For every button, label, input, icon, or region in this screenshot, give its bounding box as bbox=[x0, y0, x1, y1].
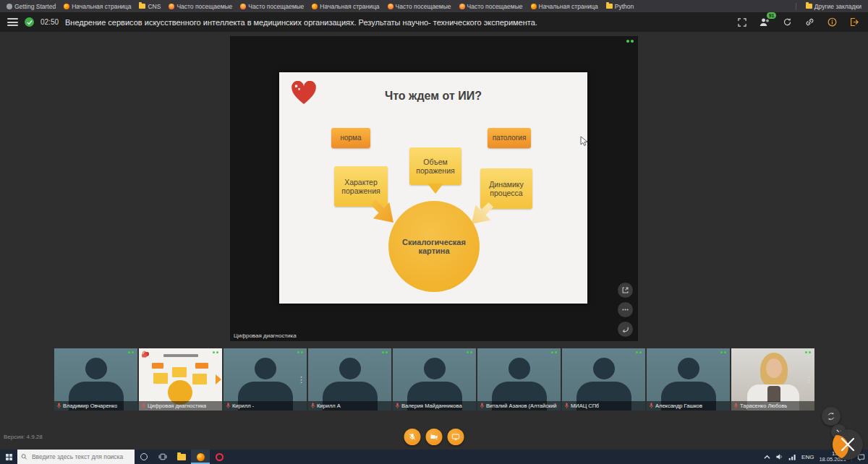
bookmark-label: Часто посещаемые bbox=[176, 3, 232, 10]
participant-name-bar: Александр Гашков bbox=[647, 401, 730, 411]
info-button[interactable] bbox=[825, 16, 838, 29]
bookmark-item[interactable]: Getting Started bbox=[3, 1, 59, 12]
arrow-down-icon bbox=[427, 184, 443, 194]
mic-muted-icon bbox=[141, 403, 146, 409]
participant-tile[interactable]: Цифровая диагностика bbox=[139, 348, 222, 411]
mic-muted-icon bbox=[310, 403, 315, 409]
bookmark-label: Начальная страница bbox=[539, 3, 598, 10]
participant-name: Александр Гашков bbox=[655, 403, 702, 409]
menu-button[interactable] bbox=[7, 18, 18, 26]
slide-box-dynamics: Динамику процесса bbox=[480, 168, 532, 209]
participant-tile[interactable]: МИАЦ СПб bbox=[562, 348, 645, 411]
status-indicator-icon bbox=[551, 351, 557, 353]
windows-logo-icon bbox=[6, 454, 12, 460]
participants-button[interactable]: 91 bbox=[758, 16, 771, 29]
bookmark-label: Часто посещаемые bbox=[248, 3, 304, 10]
bookmark-label: Часто посещаемые bbox=[396, 3, 451, 10]
firefox-taskbar-icon[interactable] bbox=[191, 450, 210, 464]
bookmark-item[interactable]: Начальная страница bbox=[308, 1, 383, 12]
other-bookmarks-label: Другие закладки bbox=[814, 3, 861, 10]
folder-icon bbox=[806, 4, 812, 9]
slide-box-nature: Характер поражения bbox=[334, 166, 388, 207]
bookmark-item[interactable]: Часто посещаемые bbox=[384, 1, 455, 12]
participant-name-bar: Владимир Овчаренко bbox=[54, 401, 137, 411]
speaker-icon[interactable] bbox=[775, 453, 783, 460]
participants-strip: Владимир Овчаренко Цифровая диагностика bbox=[54, 348, 814, 411]
language-indicator[interactable]: ENG bbox=[801, 454, 814, 460]
participant-name-bar: Валерия Майданникова bbox=[393, 401, 476, 411]
mic-muted-icon bbox=[480, 403, 485, 409]
mic-muted-icon bbox=[564, 403, 569, 409]
reply-arrow-button[interactable] bbox=[618, 322, 633, 337]
frequent-icon bbox=[169, 4, 174, 9]
participant-name: Владимир Овчаренко bbox=[63, 403, 117, 409]
participant-name: Кирилл А bbox=[317, 403, 341, 409]
participant-tile[interactable]: Александр Гашков bbox=[647, 348, 730, 411]
globe-icon bbox=[7, 4, 12, 9]
slide-box-norm: норма bbox=[331, 128, 370, 148]
call-timer: 02:50 bbox=[41, 18, 59, 26]
folder-icon bbox=[606, 4, 613, 9]
mic-off-button[interactable] bbox=[404, 429, 421, 445]
file-explorer-icon[interactable] bbox=[172, 450, 191, 464]
folder-icon bbox=[139, 4, 145, 9]
conference-app-window: Getting Started Начальная страница CNS Ч… bbox=[0, 0, 868, 464]
mic-muted-icon bbox=[56, 403, 61, 409]
slide-box-pathology: патология bbox=[488, 128, 531, 148]
bookmark-item[interactable]: CNS bbox=[135, 1, 164, 12]
bookmark-item[interactable]: Часто посещаемые bbox=[237, 1, 307, 12]
participant-tile[interactable]: ⋮ Кирилл - bbox=[224, 348, 307, 411]
bookmark-item[interactable]: Часто посещаемые bbox=[165, 1, 236, 12]
bookmark-item[interactable]: Часто посещаемые bbox=[456, 1, 527, 12]
cortana-icon[interactable] bbox=[135, 450, 153, 464]
status-indicator-icon bbox=[720, 351, 726, 353]
participant-name-bar: МИАЦ СПб bbox=[562, 401, 645, 411]
close-overlay-button[interactable] bbox=[833, 429, 863, 460]
participant-name: Тарасенко Любовь bbox=[740, 403, 787, 409]
other-bookmarks-button[interactable]: Другие закладки bbox=[802, 1, 865, 12]
bookmark-item[interactable]: Начальная страница bbox=[527, 1, 602, 12]
participant-name-bar: Виталий Азанов (Алтайский кра bbox=[477, 401, 561, 411]
firefox-icon bbox=[312, 4, 318, 9]
fullscreen-button[interactable] bbox=[736, 16, 749, 29]
hidden-icons-chevron[interactable] bbox=[764, 455, 770, 460]
mic-muted-icon bbox=[733, 403, 739, 409]
status-indicator-icon bbox=[297, 351, 303, 353]
taskbar-search[interactable] bbox=[17, 450, 135, 464]
popout-button[interactable] bbox=[618, 283, 633, 298]
participant-tile[interactable]: ⋮ Тарасенко Любовь bbox=[731, 348, 814, 411]
opera-taskbar-icon[interactable] bbox=[210, 450, 229, 464]
participant-tile[interactable]: Владимир Овчаренко bbox=[54, 348, 137, 411]
rotate-arrows-button[interactable] bbox=[822, 407, 841, 426]
participant-tile[interactable]: Кирилл А bbox=[308, 348, 391, 411]
bookmark-item[interactable]: Python bbox=[603, 1, 637, 12]
participant-name: МИАЦ СПб bbox=[571, 403, 599, 409]
divider bbox=[796, 3, 796, 10]
tile-menu-button[interactable]: ⋮ bbox=[805, 376, 813, 383]
start-button[interactable] bbox=[0, 450, 17, 464]
bookmark-item[interactable]: Начальная страница bbox=[60, 1, 135, 12]
more-options-button[interactable] bbox=[618, 302, 633, 317]
mic-muted-icon bbox=[649, 403, 654, 409]
participant-name-bar: Цифровая диагностика bbox=[139, 401, 222, 411]
link-icon[interactable] bbox=[803, 16, 816, 29]
mic-muted-icon bbox=[395, 403, 400, 409]
status-indicator-icon bbox=[636, 351, 642, 353]
network-icon[interactable] bbox=[788, 454, 796, 460]
exit-call-button[interactable] bbox=[848, 16, 861, 29]
tile-menu-button[interactable]: ⋮ bbox=[297, 376, 305, 383]
participant-tile[interactable]: Виталий Азанов (Алтайский кра bbox=[477, 348, 561, 411]
stream-status-indicator bbox=[626, 40, 634, 43]
participant-tile[interactable]: Валерия Майданникова bbox=[393, 348, 476, 411]
task-view-icon[interactable] bbox=[153, 450, 172, 464]
bookmark-label: Python bbox=[615, 3, 634, 10]
bookmark-label: CNS bbox=[148, 3, 161, 10]
connection-status-icon bbox=[25, 17, 34, 27]
expand-arrow-icon[interactable] bbox=[216, 374, 221, 384]
screen-share-button[interactable] bbox=[448, 429, 464, 445]
search-input[interactable] bbox=[30, 452, 131, 461]
app-version: Версия: 4.9.28 bbox=[4, 434, 43, 440]
status-indicator-icon bbox=[128, 351, 134, 353]
camera-off-button[interactable] bbox=[426, 429, 443, 445]
refresh-button[interactable] bbox=[780, 16, 793, 29]
